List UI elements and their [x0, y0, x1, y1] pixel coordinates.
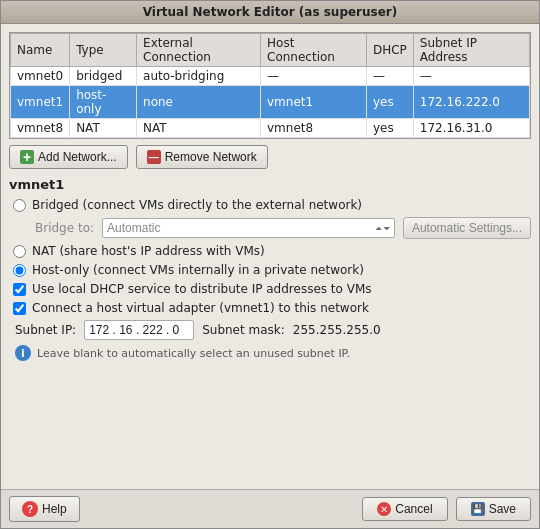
selected-network-heading: vmnet1 — [9, 177, 531, 192]
cell-type: bridged — [70, 67, 137, 86]
cancel-button[interactable]: ✕ Cancel — [362, 497, 447, 521]
cell-host: vmnet8 — [261, 119, 367, 138]
bottom-bar: ? Help ✕ Cancel 💾 Save — [1, 489, 539, 528]
cell-name: vmnet0 — [11, 67, 70, 86]
right-buttons: ✕ Cancel 💾 Save — [362, 497, 531, 521]
col-dhcp: DHCP — [366, 34, 413, 67]
cell-name: vmnet8 — [11, 119, 70, 138]
dhcp-label: Use local DHCP service to distribute IP … — [32, 282, 372, 296]
bridge-to-select-wrap: Automatic — [102, 218, 395, 238]
bridged-label: Bridged (connect VMs directly to the ext… — [32, 198, 362, 212]
remove-network-label: Remove Network — [165, 150, 257, 164]
settings-panel: Bridged (connect VMs directly to the ext… — [9, 198, 531, 361]
network-action-buttons: + Add Network... — Remove Network — [9, 145, 531, 169]
cancel-icon: ✕ — [377, 502, 391, 516]
table-row[interactable]: vmnet1host-onlynonevmnet1yes172.16.222.0 — [11, 86, 530, 119]
bridge-to-select[interactable]: Automatic — [102, 218, 395, 238]
title-bar: Virtual Network Editor (as superuser) — [1, 1, 539, 24]
add-network-label: Add Network... — [38, 150, 117, 164]
host-only-radio-row: Host-only (connect VMs internally in a p… — [13, 263, 531, 277]
subnet-ip-label: Subnet IP: — [15, 323, 76, 337]
cell-subnet: 172.16.31.0 — [413, 119, 529, 138]
add-network-button[interactable]: + Add Network... — [9, 145, 128, 169]
dhcp-check-row: Use local DHCP service to distribute IP … — [13, 282, 531, 296]
col-name: Name — [11, 34, 70, 67]
cell-type: NAT — [70, 119, 137, 138]
cell-external: none — [137, 86, 261, 119]
subnet-ip-input[interactable] — [84, 320, 194, 340]
dhcp-checkbox[interactable] — [13, 283, 26, 296]
auto-settings-label: Automatic Settings... — [412, 221, 522, 235]
main-window: Virtual Network Editor (as superuser) Na… — [0, 0, 540, 529]
col-host: Host Connection — [261, 34, 367, 67]
cell-subnet: — — [413, 67, 529, 86]
subnet-row: Subnet IP: Subnet mask: 255.255.255.0 — [13, 320, 531, 340]
cancel-label: Cancel — [395, 502, 432, 516]
bridge-to-label: Bridge to: — [35, 221, 94, 235]
subnet-mask-value: 255.255.255.0 — [293, 323, 381, 337]
cell-dhcp: yes — [366, 86, 413, 119]
cell-dhcp: — — [366, 67, 413, 86]
cell-type: host-only — [70, 86, 137, 119]
table-row[interactable]: vmnet8NATNATvmnet8yes172.16.31.0 — [11, 119, 530, 138]
subnet-mask-label: Subnet mask: — [202, 323, 285, 337]
nat-label: NAT (share host's IP address with VMs) — [32, 244, 265, 258]
host-only-label: Host-only (connect VMs internally in a p… — [32, 263, 364, 277]
help-button[interactable]: ? Help — [9, 496, 80, 522]
info-icon: i — [15, 345, 31, 361]
help-icon: ? — [22, 501, 38, 517]
bridge-to-row: Bridge to: Automatic Automatic Settings.… — [13, 217, 531, 239]
cell-host: — — [261, 67, 367, 86]
adapter-label: Connect a host virtual adapter (vmnet1) … — [32, 301, 369, 315]
save-button[interactable]: 💾 Save — [456, 497, 531, 521]
cell-dhcp: yes — [366, 119, 413, 138]
add-icon: + — [20, 150, 34, 164]
nat-radio[interactable] — [13, 245, 26, 258]
host-only-radio[interactable] — [13, 264, 26, 277]
col-type: Type — [70, 34, 137, 67]
info-text: Leave blank to automatically select an u… — [37, 347, 350, 360]
col-external: External Connection — [137, 34, 261, 67]
table-row[interactable]: vmnet0bridgedauto-bridging——— — [11, 67, 530, 86]
window-title: Virtual Network Editor (as superuser) — [143, 5, 398, 19]
save-icon: 💾 — [471, 502, 485, 516]
network-table: Name Type External Connection Host Conne… — [10, 33, 530, 138]
remove-network-button[interactable]: — Remove Network — [136, 145, 268, 169]
col-subnet: Subnet IP Address — [413, 34, 529, 67]
info-row: i Leave blank to automatically select an… — [13, 345, 531, 361]
cell-external: auto-bridging — [137, 67, 261, 86]
help-label: Help — [42, 502, 67, 516]
cell-external: NAT — [137, 119, 261, 138]
network-table-wrapper: Name Type External Connection Host Conne… — [9, 32, 531, 139]
adapter-checkbox[interactable] — [13, 302, 26, 315]
cell-host: vmnet1 — [261, 86, 367, 119]
cell-name: vmnet1 — [11, 86, 70, 119]
save-label: Save — [489, 502, 516, 516]
bridged-radio-row: Bridged (connect VMs directly to the ext… — [13, 198, 531, 212]
remove-icon: — — [147, 150, 161, 164]
auto-settings-button[interactable]: Automatic Settings... — [403, 217, 531, 239]
bridged-radio[interactable] — [13, 199, 26, 212]
cell-subnet: 172.16.222.0 — [413, 86, 529, 119]
nat-radio-row: NAT (share host's IP address with VMs) — [13, 244, 531, 258]
adapter-check-row: Connect a host virtual adapter (vmnet1) … — [13, 301, 531, 315]
